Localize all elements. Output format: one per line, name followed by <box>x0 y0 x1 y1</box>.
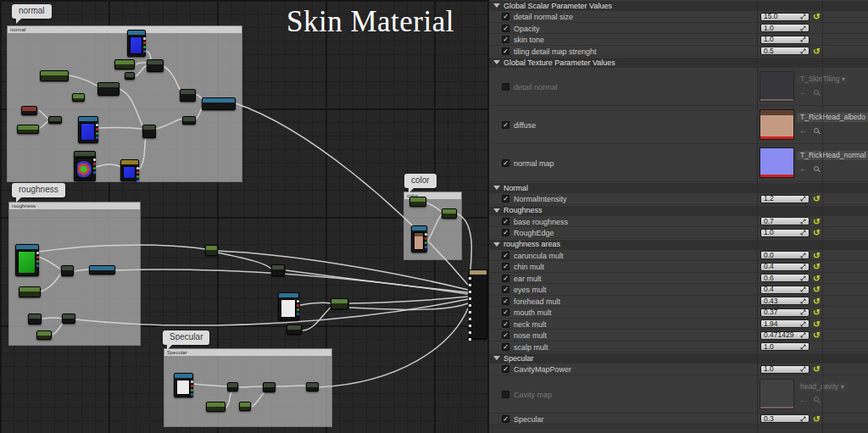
reset-to-default-button[interactable]: ↺ <box>813 228 820 237</box>
param-value-spinbox[interactable]: 0.4 <box>760 286 810 294</box>
reset-to-default-button[interactable]: ↺ <box>813 414 820 424</box>
graph-node-2[interactable] <box>125 72 135 80</box>
graph-node-5[interactable] <box>97 82 120 96</box>
node-graph-canvas[interactable]: Skin Material normalroughnessSpecularcol… <box>0 0 489 433</box>
reset-to-default-button[interactable]: ↺ <box>813 251 820 260</box>
texture-thumbnail[interactable] <box>760 147 794 178</box>
reset-to-default-button[interactable]: ↺ <box>813 308 820 317</box>
graph-node-29[interactable] <box>239 402 251 411</box>
comment-bubble-roughness[interactable]: roughness <box>12 183 65 197</box>
param-value-spinbox[interactable]: 1.94 <box>760 319 810 328</box>
reset-to-default-button[interactable]: ↺ <box>813 330 820 340</box>
param-checkbox[interactable]: ✓ <box>502 263 509 270</box>
graph-node-36[interactable] <box>331 298 348 309</box>
panel-column-divider-2[interactable] <box>822 0 823 433</box>
param-value-spinbox[interactable]: 1.0 <box>760 229 810 237</box>
param-value-spinbox[interactable]: 0.471429 <box>760 331 810 340</box>
category-header-normal[interactable]: Normal <box>489 182 868 193</box>
graph-node-16[interactable] <box>120 159 139 181</box>
param-value-spinbox[interactable]: 1.0 <box>760 24 810 32</box>
graph-node-19[interactable] <box>89 265 115 275</box>
texture-thumbnail[interactable] <box>760 71 794 102</box>
graph-node-8[interactable] <box>202 97 236 110</box>
graph-node-17[interactable] <box>15 244 39 276</box>
use-selected-asset-icon[interactable]: ← <box>799 87 808 97</box>
param-checkbox[interactable]: ✓ <box>502 275 509 282</box>
category-header-global-texture-parameter-values[interactable]: Global Texture Parameter Values <box>489 57 868 68</box>
param-checkbox[interactable]: ✓ <box>502 365 509 373</box>
graph-node-35[interactable] <box>278 292 299 320</box>
param-value-spinbox[interactable]: 0.5 <box>760 47 810 55</box>
use-selected-asset-icon[interactable]: ← <box>799 164 808 173</box>
param-checkbox[interactable]: ✓ <box>502 159 509 167</box>
texture-thumbnail[interactable] <box>760 109 794 140</box>
param-checkbox[interactable]: ✓ <box>502 415 509 423</box>
graph-node-23[interactable] <box>36 330 52 340</box>
param-checkbox[interactable]: ✓ <box>502 25 509 32</box>
graph-node-0[interactable] <box>127 30 146 57</box>
graph-node-30[interactable] <box>306 382 319 391</box>
param-value-spinbox[interactable]: 1.0 <box>760 365 810 374</box>
reset-to-default-button[interactable]: ↺ <box>813 297 820 306</box>
reset-to-default-button[interactable]: ↺ <box>813 364 820 374</box>
param-checkbox[interactable]: ✓ <box>502 297 509 305</box>
graph-node-26[interactable] <box>227 382 238 391</box>
reset-to-default-button[interactable]: ↺ <box>813 217 820 226</box>
graph-node-10[interactable] <box>48 116 62 124</box>
graph-node-27[interactable] <box>206 402 225 412</box>
param-checkbox[interactable]: ✓ <box>502 218 509 225</box>
graph-node-3[interactable] <box>147 59 164 72</box>
param-checkbox[interactable]: ✓ <box>502 343 509 351</box>
graph-node-32[interactable] <box>442 208 457 219</box>
param-value-spinbox[interactable]: 1.0 <box>760 36 810 44</box>
browse-to-asset-icon[interactable] <box>814 166 819 171</box>
graph-node-4[interactable] <box>40 70 69 81</box>
param-value-spinbox[interactable]: 15.0 <box>760 13 810 21</box>
param-value-spinbox[interactable]: 1.2 <box>760 195 810 203</box>
category-header-specular[interactable]: Specular <box>489 353 868 364</box>
reset-to-default-button[interactable]: ↺ <box>813 319 820 329</box>
browse-to-asset-icon[interactable] <box>814 90 819 95</box>
param-value-spinbox[interactable]: 0.43 <box>760 297 810 305</box>
graph-node-31[interactable] <box>409 197 426 207</box>
param-checkbox[interactable]: ✓ <box>502 36 509 43</box>
graph-node-6[interactable] <box>72 93 85 102</box>
graph-node-21[interactable] <box>28 314 42 325</box>
reset-to-default-button[interactable]: ↺ <box>813 194 820 203</box>
graph-node-11[interactable] <box>17 125 39 134</box>
param-checkbox[interactable]: ✓ <box>502 320 509 328</box>
param-checkbox[interactable]: ✓ <box>502 121 509 129</box>
graph-node-9[interactable] <box>21 106 37 115</box>
param-value-spinbox[interactable]: 0.3 <box>760 414 810 423</box>
graph-node-14[interactable] <box>182 116 196 125</box>
graph-node-37[interactable] <box>287 325 302 335</box>
param-checkbox[interactable]: ✓ <box>502 13 509 20</box>
category-header-roughness-areas[interactable]: roughness areas <box>489 239 868 250</box>
param-value-spinbox[interactable]: 1.0 <box>760 342 810 351</box>
graph-node-15[interactable] <box>74 151 96 181</box>
reset-to-default-button[interactable]: ↺ <box>813 285 820 294</box>
texture-asset-dropdown[interactable]: T_RickHead_normal ▾ <box>797 151 868 160</box>
material-output-node[interactable] <box>469 269 487 339</box>
panel-column-divider[interactable] <box>757 0 758 433</box>
graph-node-18[interactable] <box>61 265 74 276</box>
graph-node-22[interactable] <box>62 314 75 324</box>
param-value-spinbox[interactable]: 0.0 <box>760 251 810 259</box>
param-checkbox[interactable]: ✓ <box>502 286 509 293</box>
browse-to-asset-icon[interactable] <box>814 397 819 402</box>
graph-node-13[interactable] <box>142 125 156 138</box>
param-checkbox[interactable]: ✓ <box>502 195 509 203</box>
graph-node-1[interactable] <box>114 59 135 69</box>
category-header-global-scalar-parameter-values[interactable]: Global Scalar Parameter Values <box>489 0 868 11</box>
use-selected-asset-icon[interactable]: ← <box>799 395 808 404</box>
graph-node-7[interactable] <box>180 89 196 102</box>
param-checkbox[interactable]: ✓ <box>502 331 509 339</box>
param-value-spinbox[interactable]: 0.7 <box>760 217 810 225</box>
graph-node-12[interactable] <box>78 116 98 143</box>
graph-node-24[interactable] <box>205 245 218 256</box>
graph-node-28[interactable] <box>263 382 275 392</box>
category-header-roughness[interactable]: Roughness <box>489 205 868 216</box>
param-checkbox[interactable]: ✓ <box>502 252 509 259</box>
graph-node-33[interactable] <box>411 225 427 253</box>
param-checkbox[interactable]: ✓ <box>502 308 509 316</box>
